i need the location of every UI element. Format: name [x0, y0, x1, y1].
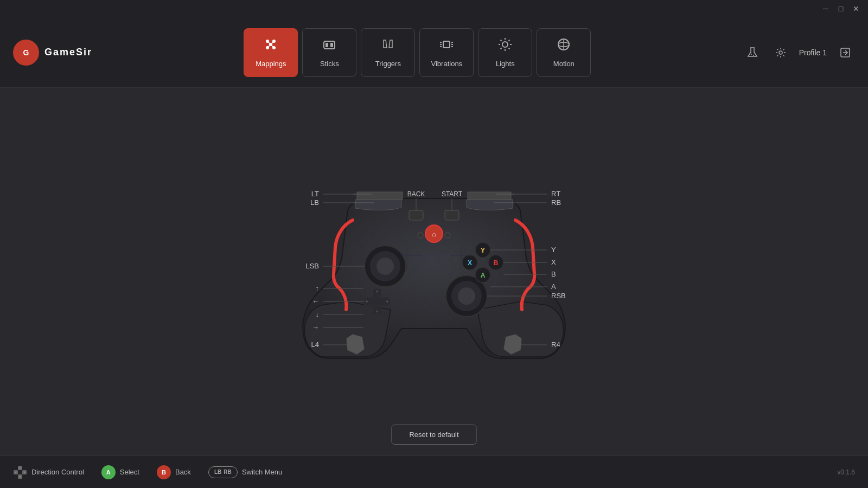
version-text: v0.1.6 [837, 468, 855, 476]
settings-icon-button[interactable] [771, 43, 790, 62]
svg-text:→: → [312, 323, 319, 331]
svg-text:A: A [481, 272, 486, 279]
bottom-bar: Direction Control A Select B Back LB RB … [0, 455, 868, 488]
vibrations-icon [439, 37, 454, 55]
controller-svg: ⌂ Y [217, 150, 651, 377]
dpad-icon [13, 465, 27, 479]
switch-menu-label: Switch Menu [242, 468, 282, 476]
svg-line-26 [501, 40, 502, 41]
svg-text:BACK: BACK [407, 190, 425, 198]
back-label: Back [175, 468, 191, 476]
lights-icon [497, 37, 513, 55]
svg-line-8 [271, 41, 274, 44]
close-button[interactable]: ✕ [848, 1, 864, 16]
svg-text:GAMESIR: GAMESIR [416, 253, 452, 259]
svg-point-35 [753, 55, 754, 56]
tab-triggers[interactable]: Triggers [361, 28, 415, 77]
lb-rb-badge: LB RB [208, 466, 238, 478]
lab-icon-button[interactable] [743, 43, 762, 62]
tab-mappings[interactable]: Mappings [244, 28, 298, 77]
direction-control-label: Direction Control [31, 468, 84, 476]
mappings-icon [263, 37, 278, 55]
svg-point-21 [502, 42, 508, 47]
svg-line-28 [509, 40, 510, 41]
svg-text:G: G [23, 48, 29, 57]
svg-text:Y: Y [551, 246, 556, 254]
svg-text:Y: Y [481, 247, 485, 254]
b-button-badge: B [157, 465, 171, 479]
tab-lights[interactable]: Lights [478, 28, 532, 77]
profile-switch-button[interactable] [835, 43, 855, 62]
svg-line-27 [509, 48, 510, 49]
reset-button-wrapper: Reset to default [391, 425, 476, 445]
svg-point-63 [418, 233, 423, 238]
hint-switch-menu: LB RB Switch Menu [208, 466, 282, 478]
svg-line-9 [267, 44, 271, 48]
svg-line-7 [267, 41, 271, 44]
reset-to-default-button[interactable]: Reset to default [391, 425, 476, 445]
sticks-icon [322, 37, 337, 55]
hint-direction-control: Direction Control [13, 465, 84, 479]
tab-triggers-label: Triggers [375, 60, 401, 68]
maximize-button[interactable]: □ [833, 1, 848, 16]
tab-vibrations-label: Vibrations [431, 60, 463, 68]
a-button-badge: A [101, 465, 116, 479]
svg-text:X: X [551, 258, 556, 266]
select-label: Select [120, 468, 139, 476]
header: G GameSir Mappings [0, 17, 868, 88]
hint-back: B Back [157, 465, 191, 479]
svg-text:RT: RT [551, 190, 560, 198]
profile-label: Profile 1 [799, 48, 827, 57]
tab-lights-label: Lights [496, 60, 515, 68]
tab-motion[interactable]: Motion [537, 28, 591, 77]
tab-motion-label: Motion [553, 60, 575, 68]
svg-point-34 [751, 54, 752, 55]
svg-text:RSB: RSB [551, 292, 566, 300]
header-right: Profile 1 [743, 43, 855, 62]
svg-point-36 [779, 51, 782, 54]
svg-text:↓: ↓ [316, 310, 320, 318]
svg-rect-14 [443, 41, 450, 48]
tab-sticks-label: Sticks [320, 60, 339, 68]
minimize-button[interactable]: ─ [818, 1, 833, 16]
svg-text:RB: RB [551, 198, 561, 207]
svg-text:↑: ↑ [316, 284, 320, 292]
main-content: ⌂ Y [0, 88, 868, 455]
logo-icon: G [13, 40, 39, 66]
tab-vibrations[interactable]: Vibrations [419, 28, 474, 77]
tab-mappings-label: Mappings [256, 60, 286, 68]
svg-rect-40 [445, 210, 459, 220]
svg-text:⌂: ⌂ [432, 230, 436, 238]
motion-icon [556, 37, 571, 55]
svg-text:LB: LB [310, 198, 319, 207]
svg-text:L4: L4 [311, 341, 319, 349]
svg-text:R4: R4 [551, 341, 560, 349]
titlebar: ─ □ ✕ [0, 0, 868, 17]
svg-text:X: X [468, 259, 472, 267]
svg-text:B: B [551, 270, 556, 278]
svg-point-45 [376, 258, 394, 275]
logo-text: GameSir [44, 47, 92, 58]
svg-line-29 [501, 48, 502, 49]
svg-text:B: B [494, 259, 499, 267]
svg-rect-12 [326, 43, 328, 47]
svg-rect-13 [330, 43, 333, 47]
svg-line-10 [271, 44, 274, 48]
svg-text:A: A [551, 282, 556, 291]
hint-select: A Select [101, 465, 139, 479]
tab-sticks[interactable]: Sticks [302, 28, 356, 77]
nav-tabs: Mappings Sticks Triggers [244, 28, 591, 77]
svg-point-64 [445, 233, 450, 238]
svg-text:←: ← [312, 297, 319, 305]
logo-area: G GameSir [13, 40, 92, 66]
svg-text:LSB: LSB [305, 262, 319, 270]
svg-text:START: START [442, 190, 463, 198]
svg-rect-39 [409, 210, 423, 220]
triggers-icon [380, 37, 395, 55]
controller-diagram: ⌂ Y [217, 150, 651, 394]
svg-text:LT: LT [311, 190, 319, 198]
svg-point-54 [458, 287, 475, 305]
